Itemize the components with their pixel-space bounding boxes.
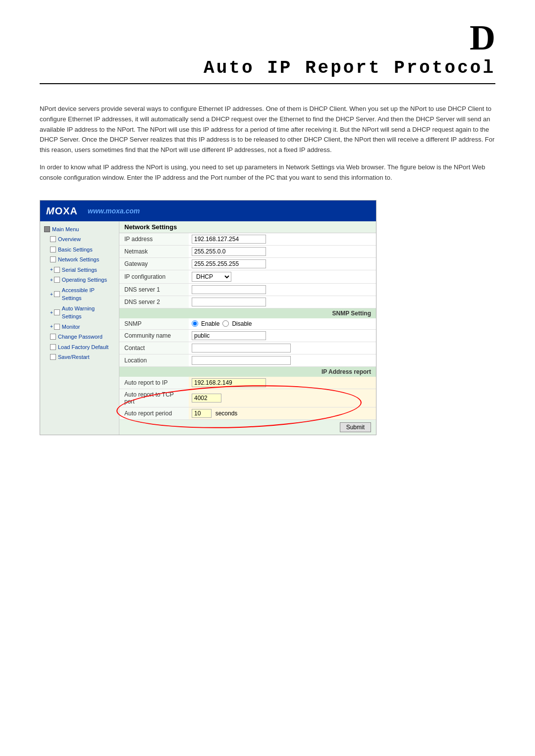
- plus-icon-operating: +: [50, 276, 53, 284]
- sidebar-item-monitor[interactable]: + Monitor: [42, 322, 117, 332]
- label-snmp-enable: Enable: [201, 320, 219, 327]
- seconds-label: seconds: [215, 410, 238, 417]
- sidebar-label-password: Change Password: [58, 333, 103, 341]
- screenshot-container: MOXA www.moxa.com Main Menu Overview: [40, 200, 376, 435]
- input-auto-report-period[interactable]: [192, 409, 212, 418]
- sidebar-label-factory: Load Factory Default: [58, 343, 108, 352]
- submit-button[interactable]: Submit: [340, 422, 371, 432]
- table-row: Community name: [119, 329, 376, 342]
- body-paragraph-1: NPort device servers provide several way…: [40, 104, 495, 155]
- label-community: Community name: [119, 329, 189, 342]
- input-ip-address[interactable]: [192, 235, 266, 244]
- plus-icon-serial: +: [50, 266, 53, 273]
- input-dns1[interactable]: [192, 285, 266, 294]
- sidebar-item-auto-warning[interactable]: + Auto Warning Settings: [42, 303, 117, 322]
- label-dns1: DNS server 1: [119, 283, 189, 296]
- radio-snmp-disable[interactable]: [222, 320, 229, 327]
- value-community: [189, 329, 376, 342]
- moxa-url: www.moxa.com: [88, 207, 140, 215]
- label-auto-report-period: Auto report period: [119, 407, 189, 419]
- input-netmask[interactable]: [192, 247, 266, 256]
- value-auto-report-tcp: [189, 389, 376, 407]
- table-row: SNMP Enable Disable: [119, 318, 376, 330]
- input-gateway[interactable]: [192, 259, 266, 268]
- input-auto-report-ip[interactable]: [192, 378, 266, 387]
- screenshot-wrapper: MOXA www.moxa.com Main Menu Overview: [40, 190, 376, 435]
- input-auto-report-tcp[interactable]: [192, 394, 221, 403]
- input-community[interactable]: [192, 331, 266, 340]
- sidebar-item-main-menu[interactable]: Main Menu: [42, 224, 117, 235]
- doc-icon-basic: [50, 247, 56, 252]
- label-ip-address: IP address: [119, 233, 189, 246]
- sidebar-item-save-restart[interactable]: Save/Restart: [42, 352, 117, 362]
- sidebar-label-main-menu: Main Menu: [52, 225, 79, 234]
- sidebar-label-network: Network Settings: [58, 255, 99, 264]
- snmp-radio-group: Enable Disable: [192, 320, 373, 327]
- sidebar-item-change-password[interactable]: Change Password: [42, 332, 117, 342]
- table-row: Location: [119, 354, 376, 366]
- table-row: DNS server 1: [119, 283, 376, 296]
- ip-report-section-header: IP Address report: [119, 367, 376, 377]
- sidebar-label-warning: Auto Warning Settings: [62, 304, 115, 321]
- value-contact: [189, 342, 376, 354]
- content-area: Main Menu Overview Basic Settings Networ…: [40, 221, 376, 435]
- snmp-settings-table: SNMP Enable Disable Co: [119, 318, 376, 367]
- sidebar-item-serial-settings[interactable]: + Serial Settings: [42, 265, 117, 275]
- label-location: Location: [119, 354, 189, 366]
- table-row: Auto report to IP: [119, 377, 376, 389]
- sidebar-label-basic: Basic Settings: [58, 246, 93, 254]
- doc-icon-overview: [50, 236, 56, 242]
- value-auto-report-ip: [189, 377, 376, 389]
- table-row: Gateway: [119, 257, 376, 270]
- table-row: DNS server 2: [119, 296, 376, 308]
- monitor-icon: [44, 226, 50, 232]
- value-auto-report-period: seconds: [189, 407, 376, 419]
- value-ip-address: [189, 233, 376, 246]
- plus-icon-monitor: +: [50, 323, 53, 330]
- sidebar-item-load-factory[interactable]: Load Factory Default: [42, 342, 117, 353]
- network-settings-table: IP address Netmask Gateway: [119, 233, 376, 308]
- table-row: Contact: [119, 342, 376, 354]
- doc-icon-monitor: [54, 324, 60, 330]
- submit-row: Submit: [119, 420, 376, 435]
- doc-icon-factory: [50, 344, 56, 350]
- sidebar-label-serial: Serial Settings: [62, 266, 97, 274]
- ip-report-table: Auto report to IP Auto report to TCP por…: [119, 377, 376, 420]
- sidebar-item-overview[interactable]: Overview: [42, 234, 117, 245]
- radio-snmp-enable[interactable]: [192, 320, 198, 327]
- sidebar-label-overview: Overview: [58, 235, 81, 244]
- input-dns2[interactable]: [192, 298, 266, 306]
- table-row: IP configuration DHCP Static: [119, 270, 376, 283]
- value-ip-config: DHCP Static: [189, 270, 376, 283]
- sidebar-item-accessible-ip[interactable]: + Accessible IP Settings: [42, 285, 117, 303]
- label-auto-report-tcp: Auto report to TCP port: [119, 389, 189, 407]
- input-location[interactable]: [192, 356, 291, 365]
- label-ip-config: IP configuration: [119, 270, 189, 283]
- doc-icon-warning: [54, 309, 60, 315]
- table-row: IP address: [119, 233, 376, 246]
- right-panel: Network Settings IP address Netmask: [119, 221, 376, 435]
- doc-icon-operating: [54, 277, 60, 283]
- table-row: Auto report to TCP port: [119, 389, 376, 407]
- body-paragraph-2: In order to know what IP address the NPo…: [40, 162, 495, 183]
- plus-icon-accessible: +: [50, 291, 53, 298]
- input-contact[interactable]: [192, 344, 291, 353]
- select-ip-config[interactable]: DHCP Static: [192, 272, 231, 282]
- label-contact: Contact: [119, 342, 189, 354]
- plus-icon-warning: +: [50, 309, 53, 316]
- sidebar-item-operating-settings[interactable]: + Operating Settings: [42, 275, 117, 285]
- sidebar-item-network-settings[interactable]: Network Settings: [42, 254, 117, 265]
- sidebar-item-basic-settings[interactable]: Basic Settings: [42, 245, 117, 255]
- doc-icon-serial: [54, 267, 60, 273]
- value-gateway: [189, 257, 376, 270]
- label-dns2: DNS server 2: [119, 296, 189, 308]
- sidebar-label-operating: Operating Settings: [62, 276, 107, 284]
- chapter-letter: D: [470, 20, 495, 55]
- sidebar-label-save: Save/Restart: [58, 353, 90, 361]
- doc-icon-network: [50, 256, 56, 262]
- network-settings-header: Network Settings: [119, 221, 376, 233]
- sidebar: Main Menu Overview Basic Settings Networ…: [40, 221, 119, 435]
- value-dns2: [189, 296, 376, 308]
- value-netmask: [189, 245, 376, 257]
- label-snmp: SNMP: [119, 318, 189, 330]
